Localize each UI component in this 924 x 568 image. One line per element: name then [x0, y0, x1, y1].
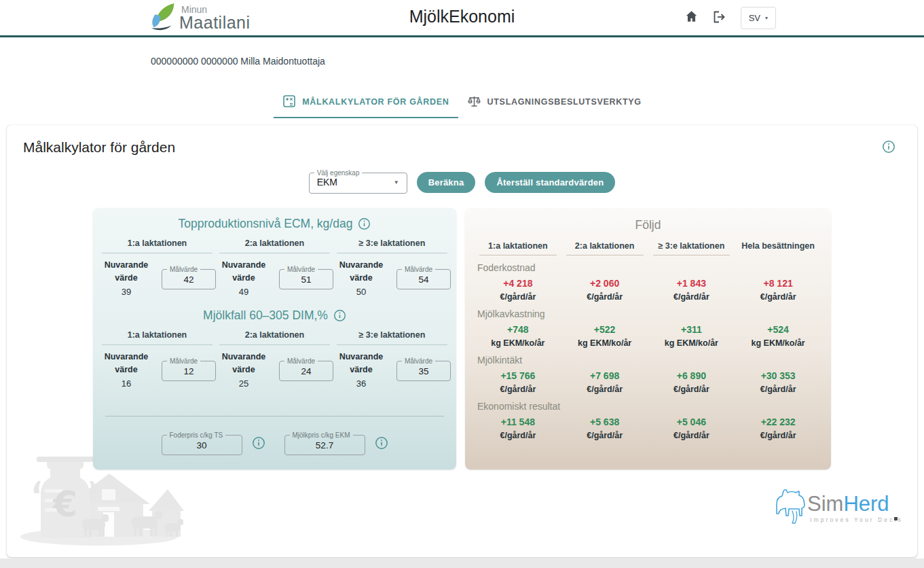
target-value-label: Målvärde	[167, 357, 200, 365]
section-milk-drop: Mjölkfall 60–305 DIM,% 1:a laktationen N…	[93, 308, 456, 389]
user-identity-line: 000000000 0000000 Milla Maidontuottaja	[151, 56, 924, 67]
result-unit: kg EKM/ko/år	[735, 338, 821, 348]
reset-defaults-button[interactable]: Återställ standardvärden	[485, 172, 615, 193]
target-value-input[interactable]	[162, 366, 215, 380]
section-top-production: Topproduktionsnivå ECM, kg/dag 1:a lakta…	[93, 217, 456, 297]
current-value: 39	[98, 287, 154, 297]
current-value-label: Nuvarande värde	[98, 259, 154, 285]
current-value: 16	[98, 378, 154, 389]
chevron-down-icon: ▾	[765, 15, 768, 21]
result-row-label: Mjölkavkastning	[477, 308, 819, 319]
result-row-milk-income: Mjölkintäkt +15 766€/gård/år +7 698€/går…	[475, 355, 821, 394]
result-value: +522	[561, 324, 648, 335]
leaf-logo-icon	[148, 1, 178, 34]
result-value: +524	[735, 324, 821, 335]
info-icon[interactable]	[252, 436, 265, 450]
select-caret-icon: ▼	[394, 179, 399, 185]
info-icon[interactable]	[333, 309, 346, 322]
target-value-field: Målvärde	[396, 357, 451, 381]
goal-calculator-card: Målkalkylator för gården Välj egenskap E…	[7, 125, 917, 557]
target-value-input[interactable]	[397, 366, 450, 380]
card-title: Målkalkylator för gården	[23, 139, 917, 156]
result-value: +1 843	[648, 278, 735, 289]
result-value: +30 353	[735, 370, 821, 381]
target-value-field: Målvärde	[279, 266, 333, 289]
target-value-input[interactable]	[162, 274, 215, 289]
lactation-column: 1:a laktationen Nuvarande värde 16 Målvä…	[98, 330, 216, 389]
column-header: ≥ 3:e laktationen	[337, 238, 447, 253]
scale-icon	[467, 94, 481, 110]
current-value-label: Nuvarande värde	[333, 351, 389, 377]
calculate-button[interactable]: Beräkna	[417, 172, 476, 193]
result-unit: kg EKM/ko/år	[648, 338, 735, 348]
result-unit: €/gård/år	[648, 292, 735, 302]
target-value-label: Målvärde	[284, 266, 318, 273]
column-header: 2:a laktationen	[219, 330, 330, 345]
target-value-field: Målvärde	[279, 357, 333, 381]
milk-price-label: Mjölkpris c/kg EKM	[290, 431, 353, 439]
column-header: ≥ 3:e laktationen	[337, 330, 447, 345]
current-value: 49	[216, 287, 272, 297]
result-unit: kg EKM/ko/år	[475, 338, 561, 348]
result-unit: €/gård/år	[561, 292, 648, 302]
target-value-label: Målvärde	[284, 357, 318, 365]
simherd-tagline: Improves Your Decisions	[810, 516, 902, 523]
targets-panel: Topproduktionsnivå ECM, kg/dag 1:a lakta…	[93, 208, 456, 469]
result-value: +2 060	[561, 278, 648, 289]
section-title: Topproduktionsnivå ECM, kg/dag	[179, 217, 353, 231]
result-unit: €/gård/år	[735, 292, 821, 302]
tab-malkalkylator[interactable]: MÅLKALKYLATOR FÖR GÅRDEN	[274, 86, 458, 118]
target-value-input[interactable]	[397, 274, 450, 289]
target-value-label: Målvärde	[167, 266, 200, 273]
result-value: +8 121	[735, 278, 821, 289]
current-value-label: Nuvarande värde	[333, 259, 389, 285]
result-unit: kg EKM/ko/år	[561, 338, 648, 348]
result-unit: €/gård/år	[475, 431, 561, 440]
tab-utslagningsbeslutsverktyg[interactable]: UTSLAGNINGSBESLUTSVERKTYG	[458, 86, 650, 118]
result-row-label: Mjölkintäkt	[477, 355, 819, 366]
logout-icon	[712, 10, 727, 26]
home-icon	[684, 10, 699, 26]
target-value-label: Målvärde	[402, 266, 435, 273]
minun-maatilani-logo[interactable]: Minun Maatilani	[148, 1, 251, 34]
result-unit: €/gård/år	[475, 292, 561, 302]
page-bottom-strip	[0, 558, 924, 568]
language-value: SV	[749, 13, 760, 23]
property-select[interactable]: Välj egenskap EKM ▼	[309, 169, 407, 194]
section-title: Mjölkfall 60–305 DIM,%	[203, 308, 328, 323]
simherd-logo[interactable]: SimHerd Improves Your Decisions	[772, 484, 902, 533]
result-unit: €/gård/år	[475, 385, 561, 394]
svg-text:SimHerd: SimHerd	[807, 492, 889, 516]
target-value-input[interactable]	[280, 274, 333, 289]
logout-button[interactable]	[712, 10, 727, 26]
language-selector[interactable]: SV ▾	[741, 7, 776, 29]
home-button[interactable]	[684, 10, 699, 26]
target-value-label: Målvärde	[402, 357, 435, 365]
simherd-text-herd: Herd	[843, 492, 889, 516]
target-value-field: Målvärde	[396, 266, 451, 289]
target-value-input[interactable]	[280, 366, 333, 380]
top-bar: Minun Maatilani MjölkEkonomi SV ▾	[0, 0, 924, 37]
card-info-icon[interactable]	[882, 140, 895, 156]
results-panel: Följd 1:a laktationen 2:a laktationen ≥ …	[465, 208, 831, 469]
info-icon[interactable]	[375, 436, 388, 450]
feed-price-input[interactable]	[162, 440, 242, 455]
lactation-column: 1:a laktationen Nuvarande värde 39 Målvä…	[98, 238, 216, 297]
lactation-column: ≥ 3:e laktationen Nuvarande värde 36 Mål…	[333, 330, 451, 389]
column-header: 2:a laktationen	[219, 238, 330, 253]
milk-price-field: Mjölkpris c/kg EKM	[284, 431, 365, 455]
property-select-value: EKM	[317, 177, 337, 188]
controls-row: Välj egenskap EKM ▼ Beräkna Återställ st…	[7, 169, 917, 194]
info-icon[interactable]	[358, 217, 371, 230]
milk-price-input[interactable]	[285, 440, 365, 455]
result-unit: €/gård/år	[735, 385, 821, 394]
result-unit: €/gård/år	[648, 385, 735, 394]
feed-price-field: Foderpris c/kg TS	[162, 431, 242, 455]
result-unit: €/gård/år	[735, 431, 821, 440]
feed-price-label: Foderpris c/kg TS	[167, 431, 226, 439]
current-value-label: Nuvarande värde	[98, 351, 154, 377]
result-unit: €/gård/år	[561, 431, 648, 440]
logo-text-maatilani: Maatilani	[179, 14, 251, 31]
result-row-label: Foderkostnad	[477, 262, 819, 273]
result-value: +22 232	[735, 416, 821, 427]
